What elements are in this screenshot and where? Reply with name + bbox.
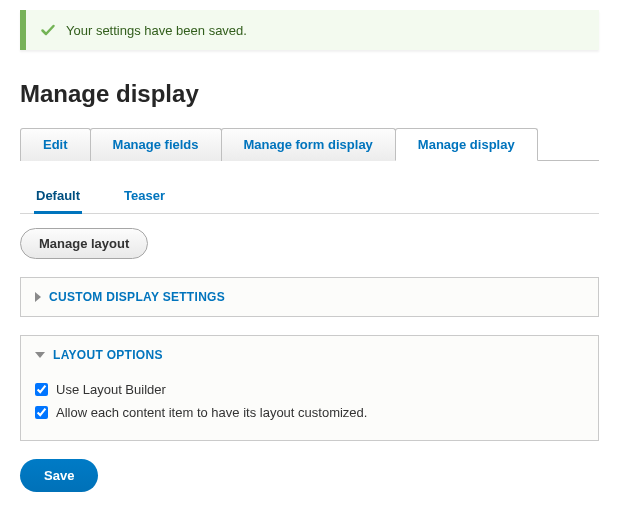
layout-options-panel: LAYOUT OPTIONS Use Layout Builder Allow …	[20, 335, 599, 441]
manage-layout-button[interactable]: Manage layout	[20, 228, 148, 259]
layout-options-summary[interactable]: LAYOUT OPTIONS	[21, 336, 598, 374]
tab-edit[interactable]: Edit	[20, 128, 91, 161]
disclosure-right-icon	[35, 292, 41, 302]
layout-options-body: Use Layout Builder Allow each content it…	[21, 374, 598, 440]
secondary-tabs: Default Teaser	[20, 179, 599, 214]
save-button[interactable]: Save	[20, 459, 98, 492]
status-message-text: Your settings have been saved.	[66, 23, 247, 38]
option-allow-customized[interactable]: Allow each content item to have its layo…	[35, 401, 584, 424]
option-use-layout-builder-label: Use Layout Builder	[56, 382, 166, 397]
subtab-teaser[interactable]: Teaser	[122, 180, 167, 214]
tab-manage-display[interactable]: Manage display	[395, 128, 538, 161]
page-title: Manage display	[20, 80, 599, 108]
option-use-layout-builder[interactable]: Use Layout Builder	[35, 378, 584, 401]
checkbox-allow-customized[interactable]	[35, 406, 48, 419]
subtab-default[interactable]: Default	[34, 180, 82, 214]
option-allow-customized-label: Allow each content item to have its layo…	[56, 405, 367, 420]
tab-manage-fields[interactable]: Manage fields	[90, 128, 222, 161]
custom-display-settings-title: CUSTOM DISPLAY SETTINGS	[49, 290, 225, 304]
check-icon	[40, 22, 56, 38]
custom-display-settings-summary[interactable]: CUSTOM DISPLAY SETTINGS	[21, 278, 598, 316]
disclosure-down-icon	[35, 352, 45, 358]
status-message: Your settings have been saved.	[20, 10, 599, 50]
primary-tabs: Edit Manage fields Manage form display M…	[20, 128, 599, 161]
custom-display-settings-panel: CUSTOM DISPLAY SETTINGS	[20, 277, 599, 317]
layout-options-title: LAYOUT OPTIONS	[53, 348, 163, 362]
tab-manage-form-display[interactable]: Manage form display	[221, 128, 396, 161]
checkbox-use-layout-builder[interactable]	[35, 383, 48, 396]
